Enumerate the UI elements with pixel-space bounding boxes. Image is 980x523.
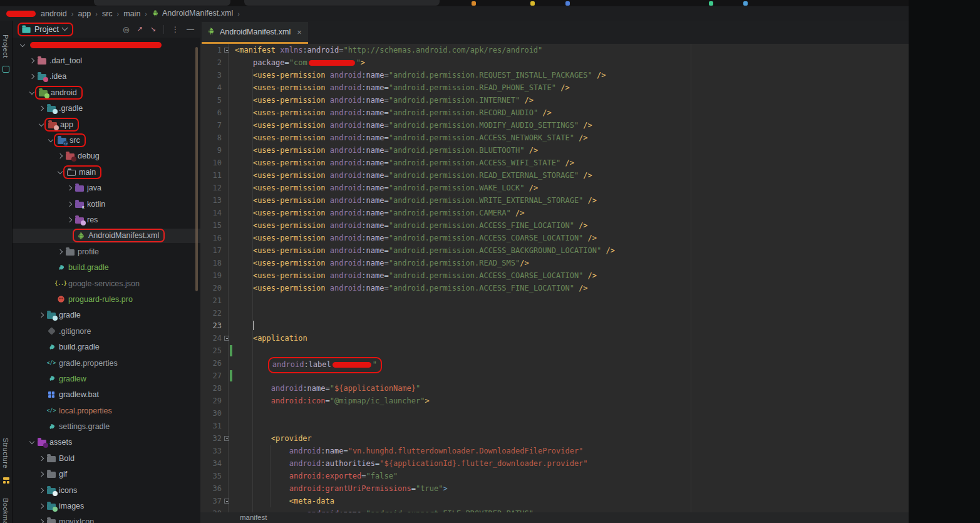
tree-item-gradlew[interactable]: gradlew [13, 371, 200, 386]
tree-item-redacted-root[interactable] [13, 37, 200, 53]
tree-item-src[interactable]: ‹›src [13, 132, 200, 148]
tree-item-java[interactable]: java [13, 180, 200, 196]
code-line-14[interactable]: 14 <uses-permission android:name="androi… [200, 207, 909, 219]
tree-item-bold[interactable]: Bold [13, 450, 200, 466]
tree-chevron-closed[interactable] [36, 469, 46, 479]
tree-item-build-gradle[interactable]: build.gradle [13, 339, 200, 355]
code-line-3[interactable]: 3 <uses-permission android:name="android… [200, 69, 909, 81]
tree-item--dart-tool[interactable]: .dart_tool [13, 53, 200, 68]
tree-item-debug[interactable]: debug [13, 148, 200, 164]
tree-item-icons[interactable]: icons [13, 482, 200, 498]
tree-item-gradlew-bat[interactable]: gradlew.bat [13, 387, 200, 403]
tree-chevron-open[interactable] [27, 437, 37, 447]
code-line-17[interactable]: 17 <uses-permission android:name="androi… [200, 244, 909, 257]
code-line-9[interactable]: 9 <uses-permission android:name="android… [200, 144, 909, 157]
breadcrumb-item-android[interactable]: android [41, 9, 67, 18]
tree-chevron-closed[interactable] [36, 453, 46, 463]
tree-chevron-closed[interactable] [36, 310, 46, 320]
toolwindow-label-bookmarks[interactable]: Bookmarks [2, 498, 9, 523]
tree-item--idea[interactable]: .idea [13, 69, 200, 85]
code-line-36[interactable]: 36 android:grantUriPermissions="true"> [200, 482, 909, 495]
code-line-38[interactable]: 38 android:name="android.support.FILE_PR… [200, 507, 909, 512]
tree-item-res[interactable]: res [13, 212, 200, 227]
tree-item-android[interactable]: android [13, 85, 200, 100]
tree-chevron-open[interactable] [27, 88, 37, 98]
tree-chevron-open[interactable] [46, 135, 56, 145]
tree-item--gradle[interactable]: .gradle [13, 101, 200, 117]
fold-marker-icon[interactable] [224, 336, 229, 341]
project-view-dropdown[interactable]: Project [18, 23, 73, 36]
code-line-21[interactable]: 21 [200, 294, 909, 307]
code-line-31[interactable]: 31 [200, 420, 909, 432]
more-options-icon[interactable]: ⋮ [172, 26, 179, 33]
code-line-35[interactable]: 35 android:exported="false" [200, 470, 909, 482]
tree-chevron-closed[interactable] [36, 103, 46, 113]
code-line-1[interactable]: 1<manifest xmlns:android="http://schemas… [200, 44, 909, 56]
code-line-20[interactable]: 20 <uses-permission android:name="androi… [200, 282, 909, 294]
collapse-all-icon[interactable]: ↘ [150, 26, 156, 33]
tab-androidmanifest[interactable]: AndroidManifest.xml × [202, 22, 308, 44]
code-line-2[interactable]: 2 package="com"> [200, 56, 909, 69]
tree-item-proguard-rules-pro[interactable]: proguard-rules.pro [13, 291, 200, 307]
tree-chevron-closed[interactable] [36, 517, 46, 523]
toolwindow-label-project[interactable]: Project [2, 34, 9, 58]
code-line-27[interactable]: 27 [200, 370, 909, 382]
code-line-15[interactable]: 15 <uses-permission android:name="androi… [200, 219, 909, 232]
code-line-18[interactable]: 18 <uses-permission android:name="androi… [200, 257, 909, 269]
fold-marker-icon[interactable] [224, 436, 229, 441]
code-line-6[interactable]: 6 <uses-permission android:name="android… [200, 106, 909, 119]
code-line-4[interactable]: 4 <uses-permission android:name="android… [200, 81, 909, 94]
breadcrumb-item-app[interactable]: app [78, 9, 91, 18]
hide-panel-icon[interactable]: — [187, 26, 194, 33]
tree-chevron-closed[interactable] [64, 183, 75, 193]
code-line-10[interactable]: 10 <uses-permission android:name="androi… [200, 157, 909, 169]
code-line-16[interactable]: 16 <uses-permission android:name="androi… [200, 232, 909, 244]
code-line-24[interactable]: 24 <application [200, 332, 909, 344]
tree-chevron-closed[interactable] [36, 485, 46, 495]
tree-chevron-closed[interactable] [55, 247, 65, 257]
tree-chevron-closed[interactable] [27, 56, 37, 66]
structure-toolwindow-icon[interactable] [3, 477, 9, 484]
code-line-32[interactable]: 32 <provider [200, 432, 909, 445]
code-line-37[interactable]: 37 <meta-data [200, 495, 909, 507]
editor-breadcrumb[interactable]: manifest [200, 512, 909, 523]
code-line-23[interactable]: 23 [200, 319, 909, 332]
tree-chevron-closed[interactable] [55, 151, 65, 161]
tree-item-androidmanifest-xml[interactable]: AndroidManifest.xml [13, 228, 200, 244]
tree-item-profile[interactable]: profile [13, 244, 200, 259]
code-line-30[interactable]: 30 [200, 407, 909, 420]
breadcrumb-item-androidmanifest-xml[interactable]: AndroidManifest.xml [152, 9, 233, 19]
tree-item-google-services-json[interactable]: {..}google-services.json [13, 276, 200, 291]
tree-item-settings-gradle[interactable]: settings.gradle [13, 418, 200, 434]
code-line-8[interactable]: 8 <uses-permission android:name="android… [200, 132, 909, 144]
tree-chevron-open[interactable] [55, 167, 65, 177]
code-line-22[interactable]: 22 [200, 307, 909, 319]
tree-item-main[interactable]: main [13, 164, 200, 180]
code-line-7[interactable]: 7 <uses-permission android:name="android… [200, 119, 909, 132]
breadcrumb-item-main[interactable]: main [123, 9, 140, 18]
code-editor[interactable]: 1<manifest xmlns:android="http://schemas… [200, 44, 909, 512]
tree-chevron-closed[interactable] [64, 199, 75, 209]
tree-chevron-closed[interactable] [64, 215, 75, 225]
code-line-5[interactable]: 5 <uses-permission android:name="android… [200, 94, 909, 106]
tree-chevron-closed[interactable] [36, 501, 46, 511]
tree-item-gradle-properties[interactable]: </>gradle.properties [13, 355, 200, 371]
tree-item-local-properties[interactable]: </>local.properties [13, 403, 200, 418]
tree-item-kotlin[interactable]: Kkotlin [13, 196, 200, 212]
breadcrumb-item-src[interactable]: src [102, 9, 113, 18]
tree-item-movixicon[interactable]: movixIcon [13, 514, 200, 523]
fold-marker-icon[interactable] [224, 48, 229, 53]
tree-item-gradle[interactable]: gradle [13, 308, 200, 323]
tree-item-build-gradle[interactable]: build.gradle [13, 259, 200, 275]
code-line-25[interactable]: 25 [200, 344, 909, 357]
project-toolwindow-icon[interactable] [3, 66, 9, 73]
expand-all-icon[interactable]: ↗ [137, 26, 143, 33]
tree-item--gitignore[interactable]: .gitignore [13, 323, 200, 339]
code-line-28[interactable]: 28 android:name="${applicationName}" [200, 382, 909, 395]
code-line-34[interactable]: 34 android:authorities="${applicationId}… [200, 457, 909, 470]
code-line-12[interactable]: 12 <uses-permission android:name="androi… [200, 182, 909, 194]
code-line-33[interactable]: 33 android:name="vn.hunghd.flutterdownlo… [200, 445, 909, 457]
code-line-26[interactable]: 26 android:label" [200, 357, 909, 370]
tab-close-icon[interactable]: × [297, 28, 302, 37]
tree-item-images[interactable]: images [13, 498, 200, 514]
